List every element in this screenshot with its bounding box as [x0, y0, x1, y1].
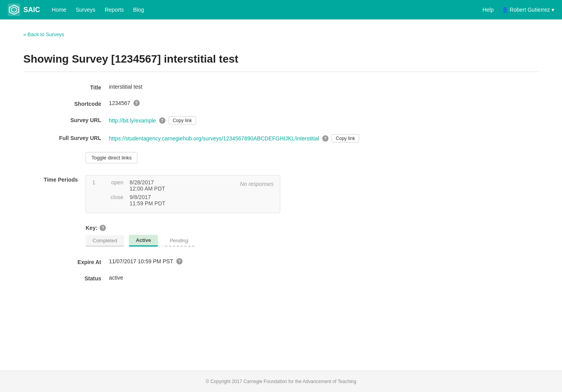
key-label: Key:: [86, 225, 97, 231]
main-content: Back to Surveys Showing Survey [1234567]…: [0, 19, 562, 371]
shortcode-value: 1234567 ?: [109, 100, 140, 106]
footer-copyright: © Copyright 2017 Carnegie Foundation for…: [206, 379, 357, 384]
time-periods-label: Time Periods: [23, 175, 86, 183]
back-to-surveys-link[interactable]: Back to Surveys: [23, 32, 64, 37]
key-help-icon[interactable]: ?: [100, 225, 106, 231]
nav-help[interactable]: Help: [483, 7, 494, 13]
key-badge-active: Active: [129, 235, 158, 247]
survey-url-label: Survey URL: [47, 116, 109, 123]
time-period-events: open 8/28/2017 12:00 AM PDT close 9/8/20…: [104, 179, 240, 209]
full-survey-url-copy-button[interactable]: Copy link: [332, 134, 359, 143]
open-date: 8/28/2017 12:00 AM PDT: [130, 179, 165, 192]
title-row: Title interstitial test: [47, 84, 539, 91]
page-title: Showing Survey [1234567] interstitial te…: [23, 53, 539, 72]
key-label-row: Key: ?: [86, 225, 539, 231]
nav-blog[interactable]: Blog: [133, 7, 144, 13]
time-period-num: 1: [92, 179, 104, 186]
nav-user[interactable]: 👤 Robert Gutierrez ▾: [502, 7, 554, 13]
expire-at-label: Expire At: [47, 258, 109, 265]
status-value: active: [109, 275, 123, 281]
title-label: Title: [47, 84, 109, 91]
nav-home[interactable]: Home: [52, 7, 66, 13]
full-survey-url-label: Full Survey URL: [47, 134, 109, 141]
expire-at-value: 11/07/2017 10:59 PM PST ?: [109, 258, 183, 264]
shortcode-help-icon[interactable]: ?: [133, 100, 140, 106]
open-label: open: [104, 179, 123, 192]
expire-at-row: Expire At 11/07/2017 10:59 PM PST ?: [47, 258, 539, 265]
close-label: close: [104, 194, 123, 206]
survey-url-value: http://bit.ly/example ? Copy link: [109, 116, 196, 125]
navbar: SAIC Home Surveys Reports Blog Help 👤 Ro…: [0, 0, 562, 19]
logo-icon: [8, 4, 20, 16]
status-row: Status active: [47, 275, 539, 282]
time-periods-table: 1 open 8/28/2017 12:00 AM PDT close 9/8/…: [86, 175, 280, 213]
close-date: 9/8/2017 11:59 PM PDT: [130, 194, 165, 206]
title-value: interstitial test: [109, 84, 142, 90]
status-label: Status: [47, 275, 109, 282]
time-periods-section: Time Periods 1 open 8/28/2017 12:00 AM P…: [23, 175, 539, 213]
shortcode-label: Shortcode: [47, 100, 109, 107]
nav-brand[interactable]: SAIC: [8, 4, 40, 16]
nav-right: Help 👤 Robert Gutierrez ▾: [483, 7, 554, 13]
key-badge-pending: Pending: [163, 235, 195, 247]
full-survey-url-value: https://studentagency.carnegiehub.org/su…: [109, 134, 359, 143]
chevron-down-icon: ▾: [551, 7, 554, 13]
full-survey-url-row: Full Survey URL https://studentagency.ca…: [47, 134, 539, 143]
toggle-direct-links-button[interactable]: Toggle direct links: [86, 152, 137, 163]
detail-table: Title interstitial test Shortcode 123456…: [47, 84, 539, 143]
no-responses-text: No responses: [240, 179, 274, 187]
full-survey-url-link[interactable]: https://studentagency.carnegiehub.org/su…: [109, 135, 319, 142]
key-badges: Completed Active Pending: [86, 235, 539, 247]
survey-url-help-icon[interactable]: ?: [159, 117, 165, 124]
nav-surveys[interactable]: Surveys: [76, 7, 95, 13]
survey-url-link[interactable]: http://bit.ly/example: [109, 117, 156, 124]
key-section: Key: ? Completed Active Pending: [86, 225, 539, 247]
time-period-row: 1 open 8/28/2017 12:00 AM PDT close 9/8/…: [86, 175, 280, 213]
footer: © Copyright 2017 Carnegie Foundation for…: [0, 371, 562, 392]
nav-links: Home Surveys Reports Blog: [52, 7, 483, 13]
shortcode-row: Shortcode 1234567 ?: [47, 100, 539, 107]
survey-url-row: Survey URL http://bit.ly/example ? Copy …: [47, 116, 539, 125]
close-event-row: close 9/8/2017 11:59 PM PDT: [104, 194, 240, 206]
open-event-row: open 8/28/2017 12:00 AM PDT: [104, 179, 240, 192]
nav-reports[interactable]: Reports: [105, 7, 124, 13]
expire-at-help-icon[interactable]: ?: [176, 258, 183, 264]
survey-url-copy-button[interactable]: Copy link: [169, 116, 196, 125]
key-badge-completed: Completed: [86, 235, 124, 247]
full-survey-url-help-icon[interactable]: ?: [322, 135, 328, 142]
